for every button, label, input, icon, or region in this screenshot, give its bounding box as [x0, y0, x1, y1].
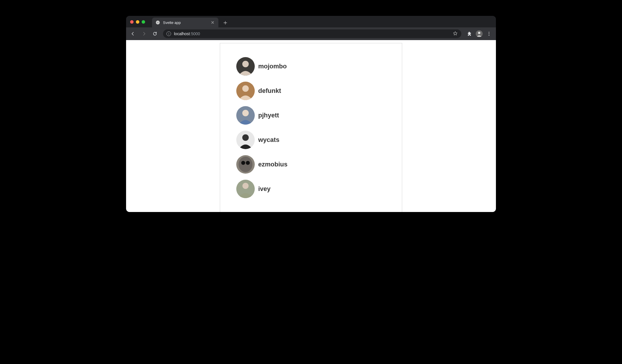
user-name: ivey [258, 185, 271, 193]
avatar [236, 155, 255, 174]
url-port: :5000 [190, 31, 200, 36]
url-host: localhost [174, 31, 190, 36]
user-row[interactable]: pjhyett [236, 106, 386, 125]
window-close-button[interactable] [130, 20, 134, 24]
avatar [236, 106, 255, 125]
user-name: defunkt [258, 87, 281, 95]
tab-title: Svelte app [163, 20, 207, 25]
viewport: mojombo defunkt pjhyett [126, 40, 496, 212]
user-row[interactable]: ivey [236, 180, 386, 198]
address-bar[interactable]: i localhost:5000 [163, 29, 461, 38]
user-row[interactable]: defunkt [236, 82, 386, 100]
svg-point-14 [242, 183, 248, 189]
user-row[interactable]: ezmobius [236, 155, 386, 174]
reload-button[interactable] [150, 29, 160, 38]
avatar [236, 180, 255, 198]
svg-point-13 [246, 161, 250, 165]
avatar [236, 131, 255, 149]
profile-avatar-button[interactable] [476, 30, 483, 37]
avatar [236, 82, 255, 100]
browser-tab[interactable]: Svelte app [152, 18, 218, 27]
svg-point-7 [242, 61, 249, 67]
svg-point-8 [242, 85, 249, 92]
menu-button[interactable] [484, 29, 494, 38]
window-controls [130, 18, 145, 27]
toolbar: i localhost:5000 [126, 27, 496, 40]
tab-strip: Svelte app [126, 16, 496, 27]
window-maximize-button[interactable] [142, 20, 145, 24]
svg-point-11 [239, 157, 252, 172]
svg-point-5 [489, 35, 490, 36]
user-name: mojombo [258, 63, 287, 70]
user-name: wycats [258, 136, 279, 144]
close-tab-button[interactable] [210, 20, 215, 25]
browser-window: Svelte app i localhost:5000 [126, 16, 496, 212]
back-button[interactable] [128, 29, 138, 38]
svelte-favicon-icon [156, 20, 160, 25]
svg-point-3 [489, 32, 490, 33]
new-tab-button[interactable] [221, 19, 229, 27]
svg-point-10 [242, 134, 249, 141]
user-row[interactable]: mojombo [236, 57, 386, 76]
svg-point-2 [478, 32, 480, 34]
user-list-card: mojombo defunkt pjhyett [220, 43, 402, 212]
user-name: pjhyett [258, 112, 279, 119]
bookmark-star-icon[interactable] [453, 31, 458, 37]
extensions-button[interactable] [465, 29, 474, 38]
forward-button[interactable] [139, 29, 149, 38]
user-row[interactable]: wycats [236, 131, 386, 149]
page: mojombo defunkt pjhyett [126, 40, 496, 212]
avatar [236, 57, 255, 76]
site-info-icon[interactable]: i [166, 31, 171, 36]
window-minimize-button[interactable] [136, 20, 139, 24]
user-name: ezmobius [258, 161, 287, 168]
svg-point-12 [241, 161, 245, 165]
svg-point-4 [489, 33, 490, 34]
svg-point-9 [242, 110, 249, 116]
